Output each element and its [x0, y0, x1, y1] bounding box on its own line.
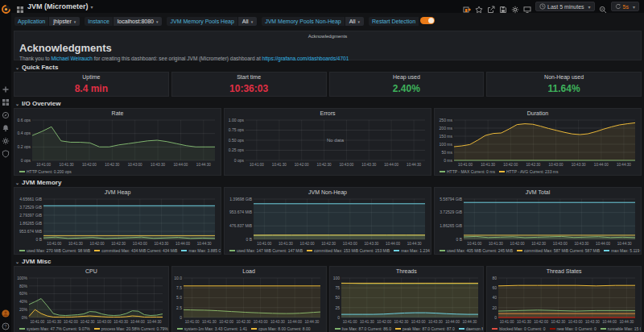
help-icon[interactable]: ?	[2, 319, 10, 327]
panel-title[interactable]: Rate	[14, 109, 221, 118]
create-plus-icon[interactable]	[2, 82, 10, 90]
legend-item[interactable]: max Max: 5.119 GiB Current: 5.119 GiB	[604, 248, 641, 253]
legend-item[interactable]: cpus Max: 8.00 Current: 8.00	[251, 326, 310, 331]
dashboards-icon[interactable]	[2, 95, 10, 103]
cpu-chart[interactable]: 0%20%40%60%80%100%10:41:0010:41:3010:42:…	[14, 276, 168, 325]
row-header-quick-facts[interactable]: ⌄ Quick Facts	[14, 63, 642, 72]
configuration-gear-icon[interactable]	[2, 134, 10, 142]
panel-title[interactable]: Acknowledgments	[19, 32, 636, 41]
svg-text:10:41:30: 10:41:30	[481, 163, 495, 167]
dashboard-source-link[interactable]: https://grafana.com/dashboards/4701	[262, 56, 349, 61]
row-header-jvm-misc[interactable]: ⌄ JVM Misc	[14, 257, 642, 266]
legend-item[interactable]: committed Max: 434 MiB Current: 434 MiB	[94, 248, 177, 253]
thread-states-chart[interactable]: 02040608010:41:0010:41:3010:42:0010:42:3…	[487, 276, 641, 325]
jvm-nonheap-chart[interactable]: 0 B476.837 MiB953.674 MiB1.39698 GiB10:4…	[225, 197, 431, 247]
rate-chart[interactable]: 0 ops0.2 ops0.4 ops0.6 ops10:41:0010:41:…	[14, 118, 221, 168]
settings-gear-icon[interactable]	[511, 2, 519, 10]
thread-states-legend: blocked Max: 0 Current: 0new Max: 0 Curr…	[487, 325, 641, 332]
restart-detection-toggle[interactable]	[420, 17, 435, 24]
legend-item[interactable]: daemon Max: 9.0 Current: 8.0	[459, 326, 484, 331]
variable-application-dropdown[interactable]: jhipster▾	[49, 17, 80, 26]
legend-item[interactable]: used Max: 147 MiB Current: 147 MiB	[229, 248, 303, 253]
legend-item[interactable]: used Max: 270 MiB Current: 98 MiB	[19, 248, 90, 253]
panel-title[interactable]: CPU	[14, 267, 168, 276]
alerting-bell-icon[interactable]	[2, 121, 10, 129]
svg-text:40: 40	[493, 295, 497, 300]
duration-chart[interactable]: 0 ms50 ms100 ms150 ms200 ms250 ms10:41:0…	[435, 118, 641, 168]
legend-swatch	[19, 250, 25, 251]
variable-application-label: Application	[14, 17, 48, 26]
panel-title[interactable]: Non-Heap used	[487, 73, 641, 81]
svg-text:10:43:30: 10:43:30	[364, 242, 378, 246]
legend-item[interactable]: max Max: 3.885 GiB Current: 3.885 GiB	[181, 248, 221, 253]
legend-item[interactable]: committed Max: 153 MiB Current: 153 MiB	[307, 248, 390, 253]
panel-title[interactable]: Heap used	[330, 73, 484, 81]
cycle-view-tv-icon[interactable]	[523, 2, 531, 10]
legend-label: peak Max: 87.0 Current: 87.0	[402, 326, 455, 331]
legend-item[interactable]: peak Max: 87.0 Current: 87.0	[395, 326, 455, 331]
jvm-heap-chart[interactable]: 0 B953.674 MiB1.86265 GiB2.79397 GiB3.72…	[14, 197, 221, 247]
zoom-out-icon[interactable]	[599, 2, 607, 10]
panel-title[interactable]: Start time	[172, 73, 326, 81]
legend-item[interactable]: max Max: 1.234 GiB Current: 1.234 GiB	[394, 248, 431, 253]
variable-nonheap-pools-dropdown[interactable]: All▾	[345, 17, 364, 26]
panel-nonheap-used: Non-Heap used 11.64%	[486, 72, 642, 97]
svg-text:10:41:30: 10:41:30	[359, 320, 374, 324]
ack-text-middle: for creating this dashboard: see origina…	[93, 56, 262, 61]
save-icon[interactable]	[499, 2, 507, 10]
share-icon[interactable]	[487, 2, 495, 10]
legend-item[interactable]: HTTP Current: 0.200 ops	[19, 169, 72, 174]
user-avatar[interactable]	[2, 306, 10, 314]
panel-title[interactable]: JVM Non-Heap	[225, 188, 431, 197]
legend-item[interactable]: committed Max: 587 MiB Current: 587 MiB	[517, 248, 600, 253]
legend-item[interactable]: used Max: 405 MiB Current: 245 MiB	[440, 248, 513, 253]
threads-chart[interactable]: 025507510010:41:0010:41:3010:42:0010:42:…	[330, 276, 484, 325]
legend-item[interactable]: new Max: 0 Current: 0	[550, 326, 597, 331]
errors-chart[interactable]: 0 ops0.25 ops0.50 ops0.75 ops1.00 ops10:…	[225, 118, 431, 168]
legend-item[interactable]: HTTP - MAX Current: 0 ms	[440, 169, 495, 174]
svg-text:150 ms: 150 ms	[440, 134, 453, 139]
server-admin-shield-icon[interactable]	[2, 147, 10, 155]
author-link[interactable]: Michael Weirauch	[51, 56, 93, 61]
page-title[interactable]: JVM (Micrometer)	[27, 2, 89, 10]
star-icon[interactable]	[475, 2, 483, 10]
svg-text:10:44:30: 10:44:30	[620, 320, 634, 324]
panel-title[interactable]: Load	[172, 267, 326, 276]
panel-title[interactable]: Errors	[225, 109, 431, 118]
panel-title[interactable]: Duration	[435, 109, 641, 118]
dashboard-grid-icon[interactable]	[16, 2, 24, 10]
jvm-total-chart[interactable]: 0 B1.86265 GiB3.72529 GiB5.58794 GiB10:4…	[435, 197, 641, 247]
panel-title[interactable]: Uptime	[14, 73, 168, 81]
legend-label: HTTP - AVG Current: 233 ms	[506, 169, 559, 174]
legend-item[interactable]: blocked Max: 0 Current: 0	[492, 326, 545, 331]
legend-item[interactable]: runnable Max: 15 Current: 14	[601, 326, 641, 331]
legend-item[interactable]: system-1m Max: 3.43 Current: 1.41	[177, 326, 247, 331]
title-caret-icon[interactable]: ▾	[91, 4, 93, 10]
panel-title[interactable]: JVM Total	[435, 188, 641, 197]
row-title: I/O Overview	[22, 100, 60, 107]
row-header-io-overview[interactable]: ⌄ I/O Overview	[14, 99, 642, 108]
refresh-picker[interactable]: 5s ▾	[611, 2, 639, 11]
add-panel-icon[interactable]	[463, 2, 471, 10]
variable-heap-pools-dropdown[interactable]: All▾	[238, 17, 257, 26]
grafana-logo-icon[interactable]	[2, 2, 10, 17]
panel-title[interactable]: JVM Heap	[14, 188, 221, 197]
load-chart[interactable]: 02.55.07.510.010:41:0010:41:3010:42:0010…	[172, 276, 326, 325]
variable-nonheap-pools: JVM Memory Pools Non-Heap All▾	[262, 17, 364, 26]
jvm-total-legend: used Max: 405 MiB Current: 245 MiBcommit…	[435, 247, 641, 254]
explore-icon[interactable]	[2, 108, 10, 116]
svg-text:10:44:00: 10:44:00	[384, 163, 398, 167]
row-header-jvm-memory[interactable]: ⌄ JVM Memory	[14, 178, 642, 187]
legend-item[interactable]: live Max: 87.0 Current: 86.0	[335, 326, 391, 331]
clock-icon	[539, 3, 546, 10]
legend-item[interactable]: process Max: 20.58% Current: 0.79%	[94, 326, 168, 331]
ack-text-prefix: Thank you to	[19, 56, 51, 61]
time-range-picker[interactable]: Last 5 minutes ▾	[535, 2, 595, 11]
legend-item[interactable]: system Max: 47.7% Current: 9.07%	[19, 326, 90, 331]
variable-instance-dropdown[interactable]: localhost:8080▾	[114, 17, 163, 26]
svg-text:10:42:00: 10:42:00	[295, 163, 309, 167]
panel-title[interactable]: Threads	[330, 267, 484, 276]
panel-title[interactable]: Thread States	[487, 267, 641, 276]
legend-item[interactable]: HTTP - AVG Current: 233 ms	[499, 169, 559, 174]
svg-text:0 B: 0 B	[456, 237, 462, 242]
